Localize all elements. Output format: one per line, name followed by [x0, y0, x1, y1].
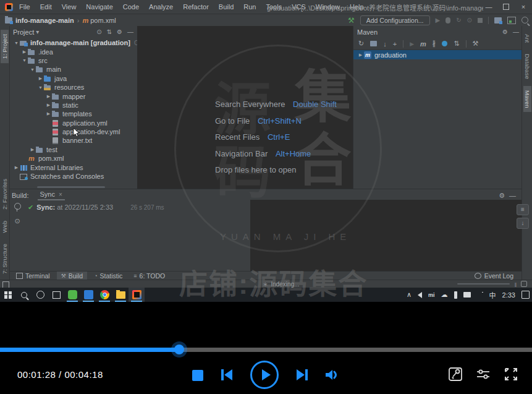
hide-panel-icon[interactable]: —	[509, 192, 516, 199]
tree-row[interactable]: mapper	[9, 92, 137, 100]
tree-expand-arrow-icon[interactable]	[37, 76, 44, 81]
tree-row[interactable]: info-manage-main [graduation] C:\Users\a…	[9, 38, 137, 47]
tree-row[interactable]: templates	[9, 109, 137, 118]
tree-expand-arrow-icon[interactable]	[37, 85, 44, 90]
settings-gear-icon[interactable]: ⚙	[502, 28, 508, 35]
menu-item[interactable]: Code	[123, 3, 139, 11]
add-maven-project-icon[interactable]: +	[393, 40, 397, 48]
play-button[interactable]	[250, 361, 279, 389]
build-hammer-icon[interactable]: ⚒	[348, 16, 355, 25]
tray-chevron-icon[interactable]: ∧	[407, 291, 412, 299]
locate-file-icon[interactable]: ⊙	[96, 28, 101, 35]
event-log-button[interactable]: Event Log	[475, 272, 513, 280]
filter-icon[interactable]: ⊙	[14, 217, 20, 225]
tree-expand-arrow-icon[interactable]	[45, 103, 52, 108]
tool-window-tab[interactable]: Terminal	[12, 272, 54, 280]
menu-item[interactable]: Refactor	[183, 3, 209, 11]
storage-icon[interactable]	[463, 292, 471, 298]
volume-icon[interactable]	[418, 292, 422, 298]
breadcrumb-file[interactable]: pom.xml	[90, 17, 116, 24]
maven-settings-icon[interactable]: ⚒	[473, 40, 479, 48]
scroll-to-end-button[interactable]: ↓	[517, 218, 529, 229]
collapse-all-icon[interactable]: ⇅	[454, 40, 459, 48]
maven-project-row[interactable]: m graduation	[353, 50, 523, 59]
stop-button[interactable]	[478, 18, 483, 23]
tree-expand-arrow-icon[interactable]	[29, 67, 36, 72]
close-tab-icon[interactable]: ×	[59, 191, 62, 198]
execute-maven-goal-icon[interactable]: m	[420, 40, 426, 48]
chevron-down-icon[interactable]: ▾	[36, 28, 39, 35]
action-center-icon[interactable]	[521, 291, 530, 299]
minimize-button[interactable]: —	[480, 0, 497, 14]
tool-window-tab[interactable]: Ant	[523, 30, 531, 47]
tool-window-tab[interactable]: Database	[523, 49, 531, 84]
tree-row[interactable]: Scratches and Consoles	[9, 172, 137, 181]
debug-button[interactable]	[445, 17, 450, 24]
tree-row[interactable]: java	[9, 74, 137, 83]
taskbar-app-blue[interactable]	[80, 288, 96, 302]
tree-row[interactable]: main	[9, 65, 137, 74]
project-structure-icon[interactable]	[494, 17, 502, 24]
add-configuration-button[interactable]: Add Configuration...	[360, 15, 430, 25]
tool-window-tab[interactable]: Statistic	[90, 272, 127, 280]
tool-window-tab[interactable]: Build	[57, 272, 87, 280]
fullscreen-button[interactable]	[504, 367, 518, 382]
pin-tab-icon[interactable]	[14, 203, 21, 210]
profiler-button[interactable]: ⊙	[467, 17, 472, 24]
menu-item[interactable]: Analyze	[149, 3, 173, 11]
settings-gear-icon[interactable]: ⚙	[499, 192, 505, 200]
cortana-button[interactable]	[32, 288, 48, 302]
tree-expand-arrow-icon[interactable]	[21, 58, 28, 62]
mi-tray-icon[interactable]: mi	[428, 292, 435, 298]
next-button[interactable]	[295, 368, 310, 382]
menu-item[interactable]: View	[62, 3, 77, 11]
menu-item[interactable]: Build	[219, 3, 234, 11]
usb-device-icon[interactable]	[454, 291, 457, 299]
taskbar-app-chrome[interactable]	[96, 288, 112, 302]
tool-window-tab[interactable]: 2: Favorites	[1, 174, 9, 214]
tree-row[interactable]: External Libraries	[9, 163, 137, 171]
tree-row[interactable]: src	[9, 56, 137, 65]
horizontal-scrollbar[interactable]	[37, 186, 105, 188]
cloud-sync-icon[interactable]: ☁	[441, 291, 448, 299]
taskbar-app-explorer[interactable]	[112, 288, 129, 302]
tree-row[interactable]: pom.xml	[9, 154, 137, 163]
tool-window-tab[interactable]: Web	[1, 216, 9, 237]
tree-row[interactable]: .idea	[9, 47, 137, 56]
download-sources-icon[interactable]: ↓	[383, 40, 387, 48]
seek-bar[interactable]	[0, 348, 532, 352]
tool-window-tab[interactable]: 7: Structure	[1, 239, 9, 278]
seek-bar-thumb[interactable]	[174, 345, 184, 354]
coverage-button[interactable]: ↻	[456, 17, 461, 24]
collapse-all-icon[interactable]: ⇅	[107, 28, 112, 35]
settings-gear-icon[interactable]: ⚙	[117, 28, 122, 35]
tree-expand-arrow-icon[interactable]	[45, 94, 52, 99]
tool-window-tab[interactable]: Maven	[523, 86, 531, 113]
tree-expand-arrow-icon[interactable]	[29, 147, 36, 152]
screenshot-tool-button[interactable]	[448, 367, 463, 382]
ime-indicator[interactable]: 中	[489, 290, 496, 300]
soft-wrap-button[interactable]: ≡	[517, 204, 529, 215]
taskbar-app-green[interactable]	[64, 288, 80, 302]
tree-expand-arrow-icon[interactable]	[13, 165, 20, 170]
previous-button[interactable]	[219, 368, 234, 382]
tree-row[interactable]: application.yml	[9, 119, 137, 127]
tree-expand-arrow-icon[interactable]	[45, 111, 52, 116]
run-dashboard-icon[interactable]	[507, 17, 516, 24]
tree-row[interactable]: test	[9, 145, 137, 154]
start-button[interactable]	[0, 288, 16, 302]
tool-window-tab[interactable]: 6: TODO	[129, 272, 169, 280]
run-button[interactable]: ▶	[436, 17, 441, 24]
run-maven-goal-icon[interactable]: ▶	[410, 41, 414, 47]
taskbar-app-idea[interactable]	[129, 288, 145, 302]
tree-row[interactable]: static	[9, 101, 137, 109]
breadcrumb-project[interactable]: info-manage-main	[15, 17, 74, 24]
tree-expand-arrow-icon[interactable]	[13, 41, 20, 45]
volume-button[interactable]	[324, 368, 340, 382]
tree-expand-arrow-icon[interactable]	[357, 53, 364, 58]
menu-item[interactable]: Run	[243, 3, 256, 11]
tool-window-tab-project[interactable]: 1: Project	[1, 30, 9, 63]
hide-panel-icon[interactable]: —	[127, 28, 133, 35]
skip-tests-icon[interactable]: ∦	[433, 40, 436, 48]
menu-item[interactable]: File	[19, 3, 30, 11]
